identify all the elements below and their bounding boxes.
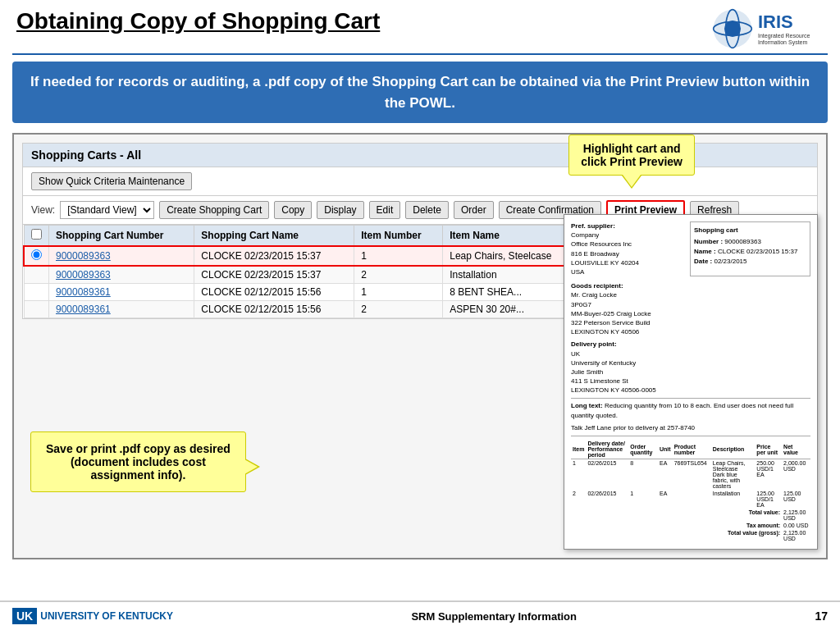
view-select[interactable]: [Standard View] [60, 201, 154, 219]
pp-col-net: Net value [782, 440, 810, 459]
col-cart-name: Shopping Cart Name [194, 226, 354, 247]
page-title: Obtaining Copy of Shopping Cart [16, 8, 380, 34]
row-cart-number[interactable]: 9000089361 [49, 301, 194, 318]
pp-item-qty: 1 [628, 490, 658, 509]
pp-item-product [673, 490, 711, 509]
pp-item-unit: EA [658, 490, 673, 509]
svg-point-1 [724, 21, 741, 37]
pp-header-row: Pref. supplier: Company Office Resources… [571, 221, 810, 276]
top-callout: Highlight cart and click Print Preview [568, 135, 695, 188]
bottom-callout-container: Save or print .pdf copy as desired (docu… [30, 431, 246, 492]
row-checkbox[interactable] [24, 284, 49, 301]
criteria-bar: Show Quick Criteria Maintenance [23, 167, 817, 196]
row-checkbox[interactable] [24, 246, 49, 266]
bottom-callout-box: Save or print .pdf copy as desired (docu… [30, 431, 246, 492]
pp-delivery-point: Delivery point: UK University of Kentuck… [571, 340, 810, 395]
row-cart-name: CLOCKE 02/23/2015 15:37 [194, 246, 354, 266]
pp-supplier-label: Pref. supplier: [571, 221, 683, 231]
row-item-name: Installation [443, 266, 582, 284]
pp-col-price: Price per unit [755, 440, 782, 459]
pp-col-product: Product number [673, 440, 711, 459]
pp-long-text: Long text: Reducing quantity from 10 to … [571, 401, 810, 419]
row-item-number: 2 [354, 301, 443, 318]
top-callout-line2: click Print Preview [581, 155, 682, 168]
iris-logo: IRIS Integrated Resource Information Sys… [712, 8, 824, 49]
row-cart-number[interactable]: 9000089363 [49, 246, 194, 266]
pp-item-row: 2 02/26/2015 1 EA Installation 125.00 US… [571, 490, 810, 509]
blue-banner: If needed for records or auditing, a .pd… [12, 62, 828, 123]
row-cart-name: CLOCKE 02/12/2015 15:56 [194, 301, 354, 318]
row-item-name: ASPEN 30 20#... [443, 301, 582, 318]
pp-note: Talk Jeff Lane prior to delivery at 257-… [571, 423, 810, 432]
delete-btn[interactable]: Delete [405, 201, 449, 219]
pp-divider1 [571, 398, 810, 399]
bottom-callout-line3: assignment info). [46, 468, 231, 482]
pp-address1: 816 E Broadway [571, 249, 683, 258]
pp-item-desc: Installation [711, 490, 756, 509]
pp-item-num: 1 [571, 459, 586, 491]
row-cart-number[interactable]: 9000089361 [49, 284, 194, 301]
pp-total-row: Total value: 2,125.00 USD [571, 509, 810, 522]
pp-divider2 [571, 436, 810, 436]
pp-cart-title: Shopping cart [694, 226, 806, 235]
pp-item-price: 125.00 USD/1 EA [755, 490, 782, 509]
pp-col-qty: Order quantity [628, 440, 658, 459]
criteria-btn[interactable]: Show Quick Criteria Maintenance [31, 172, 192, 190]
iris-logo-sub: Integrated Resource Information System [758, 33, 824, 47]
pp-item-num: 2 [571, 490, 586, 509]
pp-cart-info: Shopping cart Number : 9000089363 Name :… [690, 221, 810, 276]
pp-goods-recipient: Goods recipient: Mr. Craig Locke 3P0G7 M… [571, 281, 810, 336]
row-checkbox[interactable] [24, 266, 49, 284]
pp-company: Company [571, 231, 683, 240]
order-btn[interactable]: Order [454, 201, 494, 219]
pp-gross-value: 2,125.00 USD [782, 529, 810, 542]
page-header: Obtaining Copy of Shopping Cart IRIS Int… [0, 0, 840, 53]
pp-item-price: 250.00 USD/1 EA [755, 459, 782, 491]
footer-center: SRM Supplementary Information [411, 610, 577, 623]
pp-total-value: 2,125.00 USD [782, 509, 810, 522]
uk-logo: UK UNIVERSITY OF KENTUCKY [12, 608, 173, 624]
col-cart-number: Shopping Cart Number [49, 226, 194, 247]
iris-logo-icon [712, 8, 753, 49]
pp-gross-row: Total value (gross): 2,125.00 USD [571, 529, 810, 542]
bottom-callout-line1: Save or print .pdf copy as desired [46, 442, 231, 455]
view-label: View: [31, 204, 55, 216]
select-all-checkbox[interactable] [31, 229, 42, 240]
display-btn[interactable]: Display [317, 201, 363, 219]
top-callout-box: Highlight cart and click Print Preview [568, 135, 695, 176]
pp-item-product: 7669TSL654 [673, 459, 711, 491]
create-shopping-cart-btn[interactable]: Create Shopping Cart [159, 201, 269, 219]
row-item-name: 8 BENT SHEA... [443, 284, 582, 301]
callout-arrow-inner [623, 175, 641, 187]
sc-panel-header: Shopping Carts - All [23, 144, 817, 167]
page-footer: UK UNIVERSITY OF KENTUCKY SRM Supplement… [0, 600, 840, 630]
pp-supplier-info: Pref. supplier: Company Office Resources… [571, 221, 683, 276]
col-item-name: Item Name [443, 226, 582, 247]
pp-cart-name-row: Name : CLOCKE 02/23/2015 15:37 [694, 247, 806, 257]
pp-col-delivery: Delivery date/Performance period [586, 440, 628, 459]
callout-arrow-inner [244, 459, 258, 474]
pp-tax-amount: 0.00 USD [782, 522, 810, 529]
row-cart-name: CLOCKE 02/23/2015 15:37 [194, 266, 354, 284]
row-cart-number[interactable]: 9000089363 [49, 266, 194, 284]
pp-item-net: 2,000.00 USD [782, 459, 810, 491]
row-checkbox[interactable] [24, 301, 49, 318]
pp-company-name: Office Resources Inc [571, 240, 683, 249]
pp-tax-row: Tax amount: 0.00 USD [571, 522, 810, 529]
pp-country: USA [571, 267, 683, 276]
iris-logo-text: IRIS [758, 11, 824, 33]
pp-item-row: 1 02/26/2015 8 EA 7669TSL654 Leap Chairs… [571, 459, 810, 491]
col-item-number: Item Number [354, 226, 443, 247]
row-item-number: 1 [354, 246, 443, 266]
pp-cart-number-row: Number : 9000089363 [694, 237, 806, 247]
pp-item-delivery: 02/26/2015 [586, 459, 628, 491]
main-content: Highlight cart and click Print Preview S… [12, 133, 828, 559]
pp-item-desc: Leap Chairs,Steelcase Dark blue fabric, … [711, 459, 756, 491]
pp-item-unit: EA [658, 459, 673, 491]
bottom-callout-line2: (document includes cost [46, 455, 231, 468]
edit-btn[interactable]: Edit [369, 201, 401, 219]
pp-item-net: 125.00 USD [782, 490, 810, 509]
pp-cart-date-row: Date : 02/23/2015 [694, 257, 806, 267]
copy-btn[interactable]: Copy [274, 201, 312, 219]
row-cart-name: CLOCKE 02/12/2015 15:56 [194, 284, 354, 301]
